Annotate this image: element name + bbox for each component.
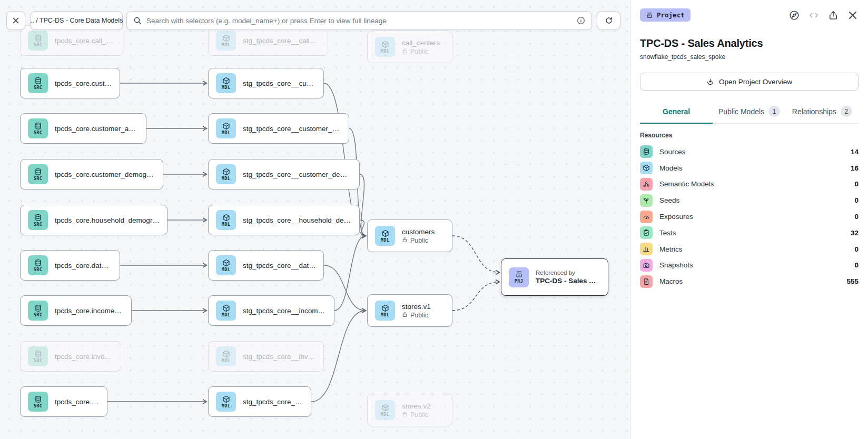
lineage-explorer: SRCtpcds_core.call_centerSRCtpcds_core.c… bbox=[0, 0, 868, 439]
node-stg_inventory[interactable]: MDLstg_tpcds_core__inventory bbox=[208, 341, 324, 372]
node-label: tpcds_core.customer_address bbox=[55, 125, 139, 133]
tab-general[interactable]: General bbox=[640, 101, 713, 124]
cube-icon bbox=[640, 162, 653, 174]
resource-row-semantic-models[interactable]: Semantic Models0 bbox=[640, 176, 859, 193]
resource-count: 0 bbox=[854, 196, 859, 204]
tab-label: Public Models bbox=[718, 107, 764, 116]
search-input[interactable] bbox=[146, 17, 572, 25]
snapshot-icon bbox=[640, 259, 653, 272]
resource-label: Tests bbox=[659, 229, 676, 237]
node-src_date_dim[interactable]: SRCtpcds_core.date_dim bbox=[20, 250, 120, 281]
node-label: call_centers bbox=[402, 39, 440, 47]
cube-icon: MDL bbox=[216, 31, 236, 51]
node-label: tpcds_core.store bbox=[55, 398, 100, 406]
node-stg_customer_demographics[interactable]: MDLstg_tpcds_core__customer_demogra… bbox=[208, 159, 360, 189]
breadcrumb[interactable]: .. / TPC-DS - Core Data Models bbox=[31, 11, 123, 30]
node-label: stg_tpcds_core__household_demogr… bbox=[243, 216, 352, 224]
cube-icon: MDL bbox=[216, 118, 236, 138]
node-src_household_demographics[interactable]: SRCtpcds_core.household_demographics bbox=[20, 205, 167, 235]
node-stg_store[interactable]: MDLstg_tpcds_core__store bbox=[208, 386, 311, 417]
cube-icon: MDL bbox=[375, 301, 395, 321]
lock-icon bbox=[402, 237, 408, 244]
node-stores_v2[interactable]: MDLstores.v2Public bbox=[367, 394, 452, 426]
breadcrumb-label: .. / TPC-DS - Core Data Models bbox=[31, 17, 123, 24]
node-label: tpcds_core.household_demographics bbox=[55, 216, 160, 224]
node-src_customer_demographics[interactable]: SRCtpcds_core.customer_demographics bbox=[20, 159, 163, 189]
node-access: Public bbox=[402, 411, 431, 418]
tab-relationships[interactable]: Relationships2 bbox=[786, 101, 859, 124]
panel-tabs: GeneralPublic Models1Relationships2 bbox=[640, 101, 859, 124]
code-icon[interactable] bbox=[808, 9, 820, 21]
database-icon: SRC bbox=[28, 346, 48, 366]
node-src_customer_address[interactable]: SRCtpcds_core.customer_address bbox=[20, 113, 146, 144]
resource-row-tests[interactable]: Tests32 bbox=[640, 225, 859, 241]
node-label: tpcds_core.customer_demographics bbox=[55, 171, 155, 178]
open-project-overview-button[interactable]: Open Project Overview bbox=[640, 73, 859, 91]
close-panel-icon[interactable] bbox=[847, 9, 859, 21]
resource-row-macros[interactable]: Macros555 bbox=[640, 273, 859, 290]
node-src_customer[interactable]: SRCtpcds_core.customer bbox=[20, 68, 120, 98]
database-icon: SRC bbox=[28, 118, 48, 138]
search-bar[interactable] bbox=[126, 11, 592, 30]
node-src_income_band[interactable]: SRCtpcds_core.income_band bbox=[20, 295, 132, 326]
database-icon: SRC bbox=[28, 73, 48, 93]
cube-icon: MDL bbox=[216, 210, 236, 230]
resource-label: Semantic Models bbox=[659, 180, 714, 188]
node-stg_date_dim[interactable]: MDLstg_tpcds_core__date_dim bbox=[208, 250, 324, 281]
node-stg_customer_address[interactable]: MDLstg_tpcds_core__customer_address bbox=[208, 113, 349, 144]
node-src_inventory[interactable]: SRCtpcds_core.inventory bbox=[20, 341, 121, 372]
node-stg_income_band[interactable]: MDLstg_tpcds_core__income_band bbox=[208, 295, 334, 326]
database-icon: SRC bbox=[28, 255, 48, 275]
node-label: customers bbox=[402, 228, 435, 236]
project-type-badge-label: Project bbox=[657, 11, 685, 19]
database-icon: SRC bbox=[28, 31, 48, 51]
node-access: Public bbox=[402, 237, 435, 244]
cube-icon: MDL bbox=[375, 226, 395, 246]
macro-icon bbox=[640, 275, 653, 288]
resources-list: Sources14Models16Semantic Models0Seeds0E… bbox=[640, 144, 859, 290]
lock-icon bbox=[402, 312, 408, 319]
resource-row-seeds[interactable]: Seeds0 bbox=[640, 192, 859, 208]
node-customers[interactable]: MDLcustomersPublic bbox=[367, 219, 452, 252]
lock-icon bbox=[402, 48, 408, 55]
node-label: stg_tpcds_core__call_center bbox=[243, 37, 320, 45]
resource-row-sources[interactable]: Sources14 bbox=[640, 144, 859, 160]
explore-lineage-icon[interactable] bbox=[788, 9, 800, 21]
database-icon: SRC bbox=[28, 392, 48, 412]
resource-count: 32 bbox=[851, 229, 859, 237]
refresh-lineage-button[interactable] bbox=[597, 11, 620, 30]
resources-label: Resources bbox=[640, 132, 859, 139]
node-access: Public bbox=[402, 48, 440, 55]
node-stg_household_demographics[interactable]: MDLstg_tpcds_core__household_demogr… bbox=[208, 205, 360, 235]
resource-row-metrics[interactable]: Metrics0 bbox=[640, 241, 859, 257]
node-label: stores.v2 bbox=[402, 402, 431, 410]
panel-title: TPC-DS - Sales Analytics bbox=[640, 37, 859, 49]
share-icon[interactable] bbox=[827, 9, 839, 21]
resource-label: Metrics bbox=[659, 245, 683, 253]
lineage-canvas[interactable]: SRCtpcds_core.call_centerSRCtpcds_core.c… bbox=[0, 0, 630, 439]
database-icon: SRC bbox=[28, 210, 48, 230]
resource-count: 0 bbox=[854, 245, 859, 253]
node-prj[interactable]: PRJReferenced byTPC-DS - Sales Analytics bbox=[501, 258, 608, 296]
node-src_store[interactable]: SRCtpcds_core.store bbox=[20, 386, 107, 417]
resource-label: Exposures bbox=[659, 213, 693, 221]
node-stores_v1[interactable]: MDLstores.v1Public bbox=[367, 294, 452, 327]
resource-label: Sources bbox=[659, 148, 686, 156]
node-label: stg_tpcds_core__customer bbox=[243, 79, 316, 87]
node-label: stg_tpcds_core__income_band bbox=[243, 307, 327, 315]
resource-row-snapshots[interactable]: Snapshots0 bbox=[640, 257, 859, 273]
info-icon[interactable] bbox=[577, 16, 585, 25]
semantic-model-icon bbox=[640, 178, 653, 191]
node-label: stg_tpcds_core__customer_demogra… bbox=[243, 171, 352, 178]
panel-subtitle: snowflake_tpcds_sales_spoke bbox=[640, 53, 859, 61]
node-stg_customer[interactable]: MDLstg_tpcds_core__customer bbox=[208, 68, 324, 98]
resource-count: 0 bbox=[854, 261, 859, 269]
resource-count: 555 bbox=[846, 277, 859, 285]
cube-icon: MDL bbox=[216, 255, 236, 275]
close-lineage-button[interactable] bbox=[6, 11, 25, 30]
node-call_centers[interactable]: MDLcall_centersPublic bbox=[367, 31, 452, 63]
resource-row-models[interactable]: Models16 bbox=[640, 160, 859, 176]
node-label: tpcds_core.date_dim bbox=[55, 262, 112, 270]
resource-row-exposures[interactable]: Exposures0 bbox=[640, 208, 859, 225]
tab-public-models[interactable]: Public Models1 bbox=[713, 101, 785, 124]
